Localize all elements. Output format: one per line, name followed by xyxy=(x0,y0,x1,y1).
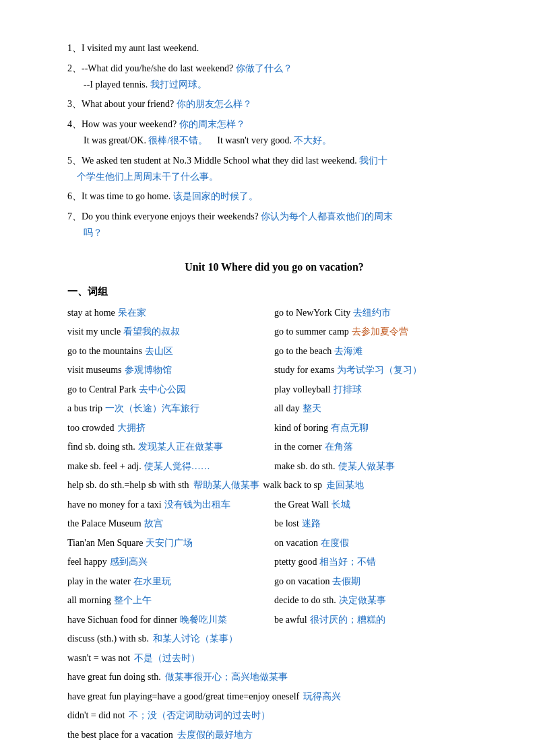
text-en: 1、I visited my aunt last weekend. xyxy=(67,43,199,53)
vocab-col-left: all morning 整个上午 xyxy=(67,592,274,609)
vocab-row: have no money for a taxi 没有钱为出租车 the Gre… xyxy=(67,497,481,514)
vocab-en: feel happy xyxy=(67,554,107,571)
vocab-col-right: decide to do sth. 决定做某事 xyxy=(274,592,481,609)
text-zh: 我打过网球。 xyxy=(150,79,207,90)
vocab-col-full: have great fun playing=have a good/great… xyxy=(67,689,481,706)
numbered-list: 1、I visited my aunt last weekend. 2、--Wh… xyxy=(67,40,481,241)
vocab-en: have great fun doing sth. xyxy=(67,669,161,686)
vocab-col-right: kind of boring 有点无聊 xyxy=(274,420,481,437)
vocab-row: have Sichuan food for dinner 晚餐吃川菜 be aw… xyxy=(67,612,481,629)
vocab-en: visit museums xyxy=(67,362,122,379)
vocab-en: make sb. do sth. xyxy=(274,458,336,475)
vocab-en: the Great Wall xyxy=(274,497,329,514)
vocab-row: help sb. do sth.=help sb with sth 帮助某人做某… xyxy=(67,477,481,494)
vocab-col-right: study for exams 为考试学习（复习） xyxy=(274,362,481,379)
vocab-en: have Sichuan food for dinner xyxy=(67,612,177,629)
vocab-zh: 去假期 xyxy=(332,574,360,590)
vocab-col-right: ptetty good 相当好；不错 xyxy=(274,554,481,571)
text-zh: 你认为每个人都喜欢他们的周末 xyxy=(261,211,393,221)
vocab-row: discuss (sth.) with sb. 和某人讨论（某事） xyxy=(67,631,481,648)
vocab-zh: 整天 xyxy=(303,401,321,417)
text-zh: 你的朋友怎么样？ xyxy=(177,99,252,109)
vocab-en: visit my uncle xyxy=(67,324,121,341)
vocab-en: discuss (sth.) with sb. xyxy=(67,631,149,648)
vocab-col-right: be lost 迷路 xyxy=(274,516,481,532)
vocab-en: help sb. do sth.=help sb with sth xyxy=(67,477,189,494)
vocab-zh: 去海滩 xyxy=(334,343,363,360)
vocab-zh: 去山区 xyxy=(145,343,173,360)
vocab-en: go to NewYork City xyxy=(274,305,350,322)
vocab-zh: 帮助某人做某事 xyxy=(193,477,259,494)
vocab-col-left: have Sichuan food for dinner 晚餐吃川菜 xyxy=(67,612,274,629)
vocab-en: decide to do sth. xyxy=(274,592,336,609)
text-en: 4、How was your weekend? xyxy=(67,119,179,129)
vocab-en: wasn't = was not xyxy=(67,650,130,667)
vocab-en: be awful xyxy=(274,612,307,629)
text-zh: 很棒/很不错。 xyxy=(148,135,208,145)
vocab-en: play in the water xyxy=(67,574,131,590)
vocab-col-left: play in the water 在水里玩 xyxy=(67,574,274,590)
vocab-zh: 决定做某事 xyxy=(339,592,386,609)
vocab-zh: 在度假 xyxy=(321,535,349,552)
text-en: 7、Do you think everyone enjoys their wee… xyxy=(67,211,261,221)
text-zh: 不大好。 xyxy=(294,135,332,145)
vocab-row: didn't = did not 不；没（否定词助动词的过去时） xyxy=(67,708,481,724)
vocab-en: all morning xyxy=(67,592,111,609)
vocab-row: the best place for a vacation 去度假的最好地方 xyxy=(67,727,481,744)
text-zh: 你做了什么？ xyxy=(236,63,292,73)
vocab-en: the best place for a vacation xyxy=(67,727,173,744)
list-item: 4、How was your weekend? 你的周末怎样？ It was g… xyxy=(67,116,481,149)
vocab-en: stay at home xyxy=(67,305,115,322)
vocab-col-right: go to NewYork City 去纽约市 xyxy=(274,305,481,322)
vocab-col-full: discuss (sth.) with sb. 和某人讨论（某事） xyxy=(67,631,481,648)
text-zh: 我们十 xyxy=(359,156,387,166)
unit-title: Unit 10 Where did you go on vacation? xyxy=(67,261,481,273)
vocab-row: have great fun playing=have a good/great… xyxy=(67,689,481,706)
vocab-grid: stay at home 呆在家 go to NewYork City 去纽约市… xyxy=(67,305,481,744)
vocab-row: feel happy 感到高兴 ptetty good 相当好；不错 xyxy=(67,554,481,571)
vocab-col-left: stay at home 呆在家 xyxy=(67,305,274,322)
vocab-en: make sb. feel + adj. xyxy=(67,458,141,475)
vocab-row: the Palace Museum 故宫 be lost 迷路 xyxy=(67,516,481,532)
vocab-en: go to Central Park xyxy=(67,382,136,399)
vocab-en: in the corner xyxy=(274,439,322,456)
vocab-zh: 玩得高兴 xyxy=(303,689,341,706)
vocab-zh: 不是（过去时） xyxy=(134,650,200,667)
vocab-col-right: the Great Wall 长城 xyxy=(274,497,481,514)
vocab-en: find sb. doing sth. xyxy=(67,439,135,456)
vocab-row: make sb. feel + adj. 使某人觉得…… make sb. do… xyxy=(67,458,481,475)
vocab-col-full: help sb. do sth.=help sb with sth 帮助某人做某… xyxy=(67,477,481,494)
vocab-col-right: go to summer camp 去参加夏令营 xyxy=(274,324,481,341)
vocab-en: play volleyball xyxy=(274,382,331,399)
vocab-col-right: in the corner 在角落 xyxy=(274,439,481,456)
vocab-col-full: have great fun doing sth. 做某事很开心；高兴地做某事 xyxy=(67,669,481,686)
vocab-col-left: a bus trip 一次（长途）汽车旅行 xyxy=(67,401,274,417)
list-item: 6、It was time to go home. 该是回家的时候了。 xyxy=(67,188,481,205)
vocab-col-left: make sb. feel + adj. 使某人觉得…… xyxy=(67,458,274,475)
vocab-zh: 晚餐吃川菜 xyxy=(180,612,227,629)
vocab-row: go to the mountains 去山区 go to the beach … xyxy=(67,343,481,360)
vocab-col-left: go to the mountains 去山区 xyxy=(67,343,274,360)
vocab-zh: 大拥挤 xyxy=(117,420,146,437)
vocab-col-left: visit museums 参观博物馆 xyxy=(67,362,274,379)
text-en: 6、It was time to go home. xyxy=(67,191,173,201)
vocab-zh: 故宫 xyxy=(144,516,163,532)
text-en: It wasn't very good. xyxy=(208,135,294,145)
vocab-en: too crowded xyxy=(67,420,115,437)
vocab-row: find sb. doing sth. 发现某人正在做某事 in the cor… xyxy=(67,439,481,456)
vocab-row: visit my uncle 看望我的叔叔 go to summer camp … xyxy=(67,324,481,341)
vocab-zh: 一次（长途）汽车旅行 xyxy=(105,401,199,417)
vocab-zh: 迷路 xyxy=(302,516,321,532)
vocab-col-right: make sb. do sth. 使某人做某事 xyxy=(274,458,481,475)
vocab-zh: 有点无聊 xyxy=(331,420,369,437)
vocab-row: wasn't = was not 不是（过去时） xyxy=(67,650,481,667)
vocab-zh: 去度假的最好地方 xyxy=(177,727,253,744)
vocab-zh: 去参加夏令营 xyxy=(352,324,408,341)
text-zh: 该是回家的时候了。 xyxy=(173,191,258,201)
vocab-col-right: be awful 很讨厌的；糟糕的 xyxy=(274,612,481,629)
vocab-zh: 在水里玩 xyxy=(133,574,171,590)
vocab-zh: 使某人做某事 xyxy=(338,458,395,475)
vocab-zh: 很讨厌的；糟糕的 xyxy=(310,612,385,629)
vocab-zh: 看望我的叔叔 xyxy=(123,324,180,341)
vocab-zh: 整个上午 xyxy=(114,592,152,609)
